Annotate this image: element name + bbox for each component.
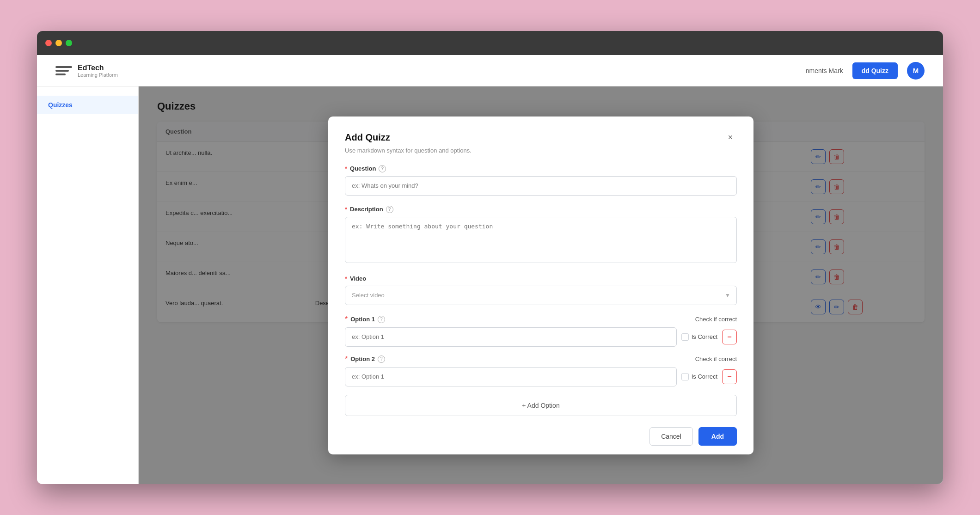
brand-name: EdTech (78, 64, 118, 72)
video-select[interactable]: Select video (345, 286, 737, 305)
option1-input[interactable] (345, 327, 677, 347)
option1-label-area: * Option 1 ? (345, 315, 385, 324)
required-star: * (345, 165, 347, 172)
check-if-correct-label-2: Check if correct (695, 356, 737, 362)
video-label: * Video (345, 275, 737, 282)
close-button[interactable] (45, 40, 52, 46)
option2-input[interactable] (345, 367, 677, 386)
option2-row: * Option 2 ? Check if correct (345, 355, 737, 386)
option2-help-icon[interactable]: ? (378, 356, 385, 363)
brand-text: EdTech Learning Platform (78, 64, 118, 78)
video-label-text: Video (350, 275, 366, 282)
brand-icon-line-3 (55, 74, 66, 75)
option1-input-row: Is Correct − (345, 327, 737, 347)
question-group: * Question ? (345, 165, 737, 196)
nav-text: nments Mark (806, 67, 843, 74)
top-bar: EdTech Learning Platform nments Mark dd … (37, 55, 943, 86)
add-quiz-button-top[interactable]: dd Quizz (852, 62, 898, 79)
option2-input-row: Is Correct − (345, 367, 737, 386)
option2-label-text: Option 2 (350, 356, 375, 362)
option2-checkbox[interactable] (681, 373, 689, 380)
minimize-button[interactable] (55, 40, 62, 46)
modal-footer: Cancel Add (345, 427, 737, 446)
description-label: * Description ? (345, 206, 737, 213)
required-star: * (345, 275, 347, 282)
is-correct-label-2: Is Correct (692, 373, 717, 380)
option1-row: * Option 1 ? Check if correct (345, 315, 737, 347)
add-button[interactable]: Add (698, 427, 737, 446)
is-correct-label-1: Is Correct (692, 333, 717, 340)
required-star: * (345, 206, 347, 213)
maximize-button[interactable] (66, 40, 72, 46)
main-area: Quizzes Quizzes Question (37, 86, 943, 484)
option2-remove-button[interactable]: − (722, 369, 737, 384)
add-option-button[interactable]: + Add Option (345, 395, 737, 416)
brand-icon (55, 64, 72, 78)
brand-icon-line-1 (55, 66, 72, 68)
content-area: Quizzes Question Ut archite... nulla. (139, 86, 943, 484)
modal-subtitle: Use markdown syntax for question and opt… (345, 147, 737, 154)
question-input[interactable] (345, 176, 737, 196)
required-star: * (345, 355, 348, 363)
description-input[interactable] (345, 217, 737, 263)
avatar: M (907, 62, 925, 80)
option1-header: * Option 1 ? Check if correct (345, 315, 737, 324)
sidebar-item-quizzes[interactable]: Quizzes (37, 96, 138, 114)
video-select-wrapper: Select video ▼ (345, 286, 737, 305)
modal-title: Add Quizz (345, 132, 390, 143)
option1-remove-button[interactable]: − (722, 330, 737, 344)
sidebar: Quizzes (37, 86, 139, 484)
mac-titlebar (37, 31, 943, 55)
app-content: EdTech Learning Platform nments Mark dd … (37, 55, 943, 484)
modal-header: Add Quizz × (345, 131, 737, 144)
option1-label-text: Option 1 (350, 316, 375, 323)
is-correct-area-2: Is Correct (681, 373, 717, 380)
cancel-button[interactable]: Cancel (649, 427, 693, 446)
description-label-text: Description (350, 206, 383, 213)
modal: Add Quizz × Use markdown syntax for ques… (328, 116, 753, 454)
question-label: * Question ? (345, 165, 737, 172)
brand-icon-line-2 (55, 70, 69, 72)
option1-help-icon[interactable]: ? (378, 316, 385, 323)
brand-subtitle: Learning Platform (78, 72, 118, 78)
required-star: * (345, 315, 348, 324)
option2-label-area: * Option 2 ? (345, 355, 385, 363)
option2-header: * Option 2 ? Check if correct (345, 355, 737, 363)
description-help-icon[interactable]: ? (386, 206, 393, 213)
modal-overlay: Add Quizz × Use markdown syntax for ques… (139, 86, 943, 484)
modal-close-button[interactable]: × (724, 131, 737, 144)
question-help-icon[interactable]: ? (379, 165, 386, 172)
mac-window: EdTech Learning Platform nments Mark dd … (37, 31, 943, 484)
check-if-correct-label: Check if correct (695, 316, 737, 323)
question-label-text: Question (350, 165, 376, 172)
description-group: * Description ? (345, 206, 737, 265)
is-correct-area-1: Is Correct (681, 333, 717, 341)
option1-checkbox[interactable] (681, 333, 689, 341)
top-bar-right: nments Mark dd Quizz M (806, 62, 925, 80)
brand: EdTech Learning Platform (55, 64, 118, 78)
video-group: * Video Select video ▼ (345, 275, 737, 305)
